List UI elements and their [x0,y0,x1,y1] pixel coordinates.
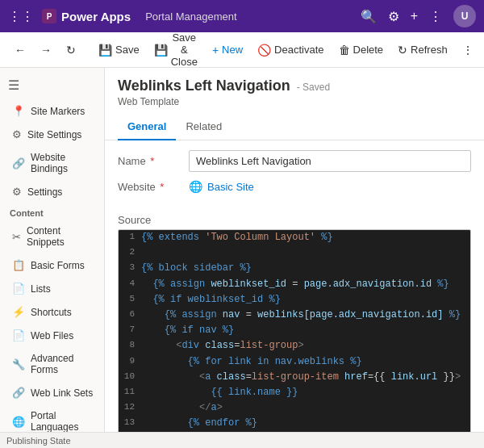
powerapps-logo-icon: P [42,9,56,23]
web-link-sets-icon: 🔗 [12,387,25,399]
advanced-forms-icon: 🔧 [12,358,25,371]
save-close-icon: 💾 [154,44,168,57]
website-label: Website * [118,181,182,193]
portal-languages-icon: 🌐 [12,416,25,428]
undo-button[interactable]: ↻ [60,40,82,61]
website-value[interactable]: 🌐 Basic Site [189,180,254,193]
undo-icon: ↻ [66,44,76,57]
sidebar-item-settings[interactable]: ⚙ Settings [0,180,104,203]
site-markers-icon: 📍 [12,105,25,117]
ellipsis-icon: ⋮ [462,44,474,57]
tab-general[interactable]: General [118,114,176,140]
refresh-button[interactable]: ↻ Refresh [391,40,454,61]
saved-status: - Saved [297,82,330,93]
sidebar-item-web-link-sets[interactable]: 🔗 Web Link Sets [0,381,104,404]
settings-icon[interactable]: ⚙ [388,9,399,24]
more-commands-button[interactable]: ⋮ [456,40,480,61]
name-input[interactable] [189,150,471,172]
name-required: * [150,155,154,167]
sidebar-item-lists[interactable]: 📄 Lists [0,277,104,300]
sidebar-item-advanced-forms[interactable]: 🔧 Advanced Forms [0,347,104,381]
sidebar-item-site-markers[interactable]: 📍 Site Markers [0,99,104,123]
code-line-3: 3 {% block sidebar %} [119,261,470,276]
source-label: Source [105,211,484,229]
code-line-1: 1 {% extends 'Two Column Layout' %} [119,230,470,245]
deactivate-icon: 🚫 [257,44,271,57]
form-area: Name * Website * 🌐 Basic Site [105,140,484,211]
statusbar: Publishing State [0,432,484,448]
save-close-button[interactable]: 💾 Save & Close [148,27,204,72]
sidebar-item-content-snippets[interactable]: ✂ Content Snippets [0,220,104,253]
site-settings-icon: ⚙ [12,128,22,140]
code-line-8: 8 <div class=list-group> [119,338,470,354]
forward-button[interactable]: → [34,40,58,61]
code-line-6: 6 {% assign nav = weblinks[page.adx_navi… [119,308,470,323]
tabs: General Related [105,114,484,140]
forward-icon: → [40,44,52,57]
code-line-10: 10 <a class=list-group-item href={{ link… [119,370,470,385]
sidebar-item-shortcuts[interactable]: ⚡ Shortcuts [0,300,104,324]
website-bindings-icon: 🔗 [12,157,25,170]
website-required: * [160,181,164,193]
topbar-actions: 🔍 ⚙ + ⋮ U [361,5,476,27]
page-subtitle: Web Template [118,96,471,107]
delete-button[interactable]: 🗑 Delete [332,40,390,61]
topbar-title: Portal Management [145,10,353,23]
snippets-icon: ✂ [12,231,21,243]
code-line-9: 9 {% for link in nav.weblinks %} [119,354,470,370]
avatar[interactable]: U [453,5,476,27]
name-label: Name * [118,155,182,167]
refresh-icon: ↻ [398,44,407,57]
tab-related[interactable]: Related [176,114,232,140]
code-line-2: 2 [119,245,470,261]
new-icon: + [212,44,219,57]
settings-icon: ⚙ [12,186,22,198]
shortcuts-icon: ⚡ [12,306,25,318]
deactivate-button[interactable]: 🚫 Deactivate [251,40,330,61]
main-content: Weblinks Left Navigation - Saved Web Tem… [105,68,484,448]
delete-icon: 🗑 [339,44,350,57]
code-line-7: 7 {% if nav %} [119,323,470,338]
topbar: ⋮⋮ P Power Apps Portal Management 🔍 ⚙ + … [0,0,484,32]
sidebar-item-web-files[interactable]: 📄 Web Files [0,324,104,347]
add-icon[interactable]: + [411,9,418,23]
code-line-12: 12 </a> [119,400,470,416]
globe-icon: 🌐 [189,180,202,193]
save-icon: 💾 [98,44,112,57]
name-row: Name * [118,150,471,172]
page-title: Weblinks Left Navigation [118,77,290,94]
save-button[interactable]: 💾 Save [92,40,146,61]
web-files-icon: 📄 [12,329,25,341]
sidebar-item-basic-forms[interactable]: 📋 Basic Forms [0,253,104,277]
svg-text:P: P [47,12,52,21]
search-icon[interactable]: 🔍 [361,9,377,24]
layout: ☰ 📍 Site Markers ⚙ Site Settings 🔗 Websi… [0,68,484,448]
grid-icon[interactable]: ⋮⋮ [8,9,34,24]
sidebar-item-website-bindings[interactable]: 🔗 Website Bindings [0,146,104,180]
new-button[interactable]: + New [206,40,249,61]
lists-icon: 📄 [12,283,25,295]
website-row: Website * 🌐 Basic Site [118,180,471,193]
code-line-5: 5 {% if weblinkset_id %} [119,292,470,308]
page-header: Weblinks Left Navigation - Saved Web Tem… [105,68,484,107]
more-icon[interactable]: ⋮ [429,9,442,24]
sidebar: ☰ 📍 Site Markers ⚙ Site Settings 🔗 Websi… [0,68,105,448]
code-line-11: 11 {{ link.name }} [119,385,470,400]
code-editor[interactable]: 1 {% extends 'Two Column Layout' %} 2 3 … [118,229,471,448]
code-line-13: 13 {% endfor %} [119,416,470,431]
app-name: Power Apps [61,10,131,23]
sidebar-toggle[interactable]: ☰ [0,71,104,99]
website-link[interactable]: Basic Site [207,181,254,193]
back-icon: ← [15,44,26,57]
sidebar-item-site-settings[interactable]: ⚙ Site Settings [0,123,104,146]
publishing-state-label: Publishing State [6,436,71,446]
back-button[interactable]: ← [8,40,32,61]
content-section-title: Content [0,203,104,220]
code-line-4: 4 {% assign weblinkset_id = page.adx_nav… [119,277,470,292]
commandbar: ← → ↻ 💾 Save 💾 Save & Close + New 🚫 Deac… [0,32,484,68]
basic-forms-icon: 📋 [12,259,25,271]
